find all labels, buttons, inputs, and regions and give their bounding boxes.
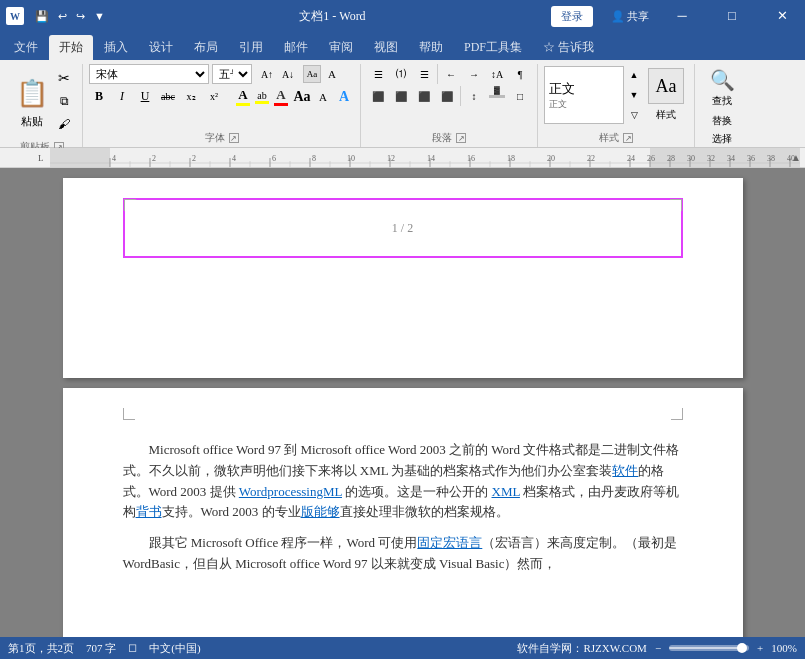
font-aa-big[interactable]: Aa [292,87,312,107]
font-aa-btn[interactable]: A [322,64,342,84]
font-a-effects[interactable]: A [334,87,354,107]
save-quick-btn[interactable]: 💾 [32,8,52,25]
svg-text:32: 32 [707,154,715,163]
window-title: 文档1 - Word [114,8,551,25]
highlight-btn[interactable]: ab [254,89,270,105]
para-row-2: ⬛ ⬛ ⬛ ⬛ ↕ ▓ □ [367,86,531,106]
font-a-small[interactable]: A [313,87,333,107]
ruler-toggle[interactable]: ▲ [791,148,801,167]
zoom-out-icon[interactable]: − [655,642,661,654]
styles-expand[interactable]: ↗ [623,133,633,143]
editing-content: 🔍 查找 替换 选择 [701,64,743,146]
font-group: 宋体 五号 A↑ A↓ Aa A B I [85,64,361,147]
zoom-in-icon[interactable]: + [757,642,763,654]
sort-btn[interactable]: ↕A [486,64,508,84]
copy-button[interactable]: ⧉ [54,91,74,111]
replace-btn[interactable]: 替换 [706,114,738,128]
font-color-btn[interactable]: A [235,86,251,107]
numbering-btn[interactable]: ⑴ [390,64,412,84]
style-pane-btn[interactable]: Aa 样式 [644,64,688,126]
find-btn[interactable]: 🔍 查找 [701,64,743,110]
undo-quick-btn[interactable]: ↩ [55,8,70,25]
paragraph-content: ☰ ⑴ ☰ ← → ↕A ¶ ⬛ ⬛ ⬛ ⬛ [367,64,531,129]
format-painter-button[interactable]: 🖌 [54,114,74,134]
align-center-btn[interactable]: ⬛ [390,86,412,106]
close-button[interactable]: ✕ [759,0,805,32]
line-spacing-btn[interactable]: ↕ [463,86,485,106]
ribbon-content: 📋 粘贴 ✂ ⧉ 🖌 剪贴板 ↗ 宋体 [0,60,805,148]
page-2-top-corners [123,408,683,420]
style-scroll-down[interactable]: ▼ [627,86,641,104]
increase-indent-btn[interactable]: → [463,64,485,84]
tab-mail[interactable]: 邮件 [274,35,318,60]
tab-review[interactable]: 审阅 [319,35,363,60]
tab-insert[interactable]: 插入 [94,35,138,60]
underline-button[interactable]: U [135,87,155,107]
styles-section: 正文 正文 ▲ ▼ ▽ Aa 样式 [544,64,688,126]
page-2-text[interactable]: Microsoft office Word 97 到 Microsoft off… [123,440,683,575]
zoom-level: 100% [771,642,797,654]
paragraph-expand[interactable]: ↗ [456,133,466,143]
redo-quick-btn[interactable]: ↪ [73,8,88,25]
bold-button[interactable]: B [89,87,109,107]
input-cursor: ◻ [128,641,137,656]
share-button[interactable]: 👤 共享 [605,7,655,26]
font-expand[interactable]: ↗ [229,133,239,143]
svg-text:30: 30 [687,154,695,163]
more-quick-btn[interactable]: ▼ [91,8,108,24]
link-software[interactable]: 软件 [612,463,638,478]
align-right-btn[interactable]: ⬛ [413,86,435,106]
decrease-indent-btn[interactable]: ← [440,64,462,84]
multilevel-btn[interactable]: ☰ [413,64,435,84]
paragraph-1: Microsoft office Word 97 到 Microsoft off… [123,440,683,523]
link-booksupport[interactable]: 背书 [136,504,162,519]
zoom-slider[interactable] [669,645,749,651]
style-scroll-up[interactable]: ▲ [627,66,641,84]
ruler: L 4 2 2 4 6 8 [0,148,805,168]
document-area[interactable]: 1 / 2 Microsoft office Word 97 到 Microso… [0,168,805,637]
text-color-btn[interactable]: A [273,86,289,107]
font-name-select[interactable]: 宋体 [89,64,209,84]
font-size-select[interactable]: 五号 [212,64,252,84]
select-btn[interactable]: 选择 [706,132,738,146]
para-col-1: ☰ ⑴ ☰ ← → ↕A ¶ ⬛ ⬛ ⬛ ⬛ [367,64,531,106]
subscript-button[interactable]: x₂ [181,87,201,107]
styles-label-text: 样式 [656,108,676,122]
font-row-1: 宋体 五号 A↑ A↓ Aa A [89,64,354,84]
border-btn[interactable]: □ [509,86,531,106]
tab-tell-me[interactable]: ☆ 告诉我 [533,35,604,60]
login-button[interactable]: 登录 [551,6,593,27]
tab-file[interactable]: 文件 [4,35,48,60]
tab-view[interactable]: 视图 [364,35,408,60]
strikethrough-button[interactable]: abc [158,87,178,107]
tab-home[interactable]: 开始 [49,35,93,60]
shading-btn[interactable]: ▓ [486,86,508,106]
tab-references[interactable]: 引用 [229,35,273,60]
clear-format-btn[interactable]: Aa [303,65,321,83]
cut-button[interactable]: ✂ [54,68,74,88]
style-more-btn[interactable]: ▽ [627,106,641,124]
align-left-btn[interactable]: ⬛ [367,86,389,106]
link-wordprocessingml[interactable]: WordprocessingML [239,484,342,499]
superscript-button[interactable]: x² [204,87,224,107]
minimize-button[interactable]: ─ [659,0,705,32]
header-corner-tl [124,199,136,211]
select-label: 选择 [712,132,732,146]
restore-button[interactable]: □ [709,0,755,32]
style-normal-item[interactable]: 正文 正文 [544,66,624,124]
font-size-up-btn[interactable]: A↑ [257,64,277,84]
link-version[interactable]: 版能够 [301,504,340,519]
tab-help[interactable]: 帮助 [409,35,453,60]
link-xml[interactable]: XML [492,484,520,499]
link-macro[interactable]: 固定宏语言 [417,535,482,550]
font-size-down-btn[interactable]: A↓ [278,64,298,84]
show-marks-btn[interactable]: ¶ [509,64,531,84]
tab-design[interactable]: 设计 [139,35,183,60]
tab-layout[interactable]: 布局 [184,35,228,60]
tab-pdf[interactable]: PDF工具集 [454,35,532,60]
justify-btn[interactable]: ⬛ [436,86,458,106]
italic-button[interactable]: I [112,87,132,107]
bullets-btn[interactable]: ☰ [367,64,389,84]
svg-text:38: 38 [767,154,775,163]
paste-button[interactable]: 📋 粘贴 [10,72,54,131]
